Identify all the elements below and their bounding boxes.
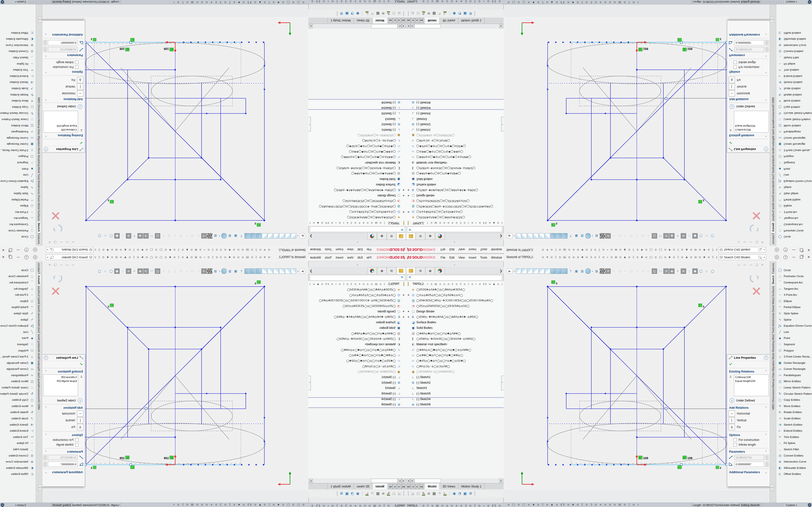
motion-tool-icon[interactable]: ✎ bbox=[422, 491, 425, 496]
toolbar-icon[interactable]: ▾ bbox=[297, 233, 299, 238]
tree-filter-box[interactable] bbox=[407, 275, 502, 281]
menu-pin-icon[interactable]: ✦ bbox=[500, 248, 502, 251]
tool-item[interactable]: ▱ Parallelogram bbox=[0, 372, 36, 378]
tree-row[interactable]: ▶ ◎ ◯Λ±◎✜Ƨ5◎Ɛ◯◎◯Ɛ◎5Ƨ✜◎±Λ◯ bbox=[406, 292, 504, 298]
toolbar-icon[interactable] bbox=[273, 233, 279, 238]
toolbar-icon[interactable]: ◯ bbox=[698, 269, 704, 274]
search-dropdown-icon[interactable]: ▾ bbox=[47, 256, 48, 259]
tool-item[interactable]: ◯ Circle bbox=[776, 267, 812, 273]
toolbar-icon[interactable] bbox=[516, 269, 521, 274]
tool-item[interactable]: ⊢ Extend Entities bbox=[776, 73, 812, 79]
tool-item[interactable]: ⌒ Centerpoint Arc bbox=[776, 279, 812, 286]
vcr-button[interactable]: ◀ bbox=[411, 484, 415, 489]
motion-tool-icon[interactable]: ◉ bbox=[356, 11, 359, 16]
tool-item[interactable]: ◞ Sketch Fillet bbox=[776, 446, 812, 452]
toolbar-icon[interactable]: ▦ bbox=[233, 269, 238, 274]
motion-tool-icon[interactable]: ≡ bbox=[382, 11, 385, 16]
vcr-button[interactable]: ▶ bbox=[393, 18, 397, 23]
tool-item[interactable]: ◫ Mirror Entities bbox=[0, 123, 36, 129]
tab-property-manager[interactable]: ⊞ bbox=[387, 267, 396, 274]
motion-tool-icon[interactable]: ▣ bbox=[345, 11, 349, 16]
tab-configuration-manager[interactable]: ⊕ bbox=[425, 233, 435, 240]
tool-item[interactable]: ⊗ Intersection Curve bbox=[776, 458, 812, 465]
restore-button[interactable] bbox=[9, 256, 12, 259]
command-tab[interactable]: Features bbox=[38, 233, 41, 244]
tree-row[interactable]: ▣ Solid Bodies bbox=[406, 176, 504, 182]
tool-item[interactable]: ◇ 3 Point Center Recta... bbox=[776, 147, 812, 154]
tree-row[interactable]: ∟ (-) Sketch4 bbox=[406, 105, 504, 111]
help-icon[interactable]: ? bbox=[783, 248, 788, 252]
tree-row[interactable]: ▣ ◯Ƨ53ƐИΛU◦◎◯UΛИ3Ɛ5Ƨ◯ bbox=[406, 132, 504, 138]
scrollbar-thumb[interactable] bbox=[414, 24, 441, 28]
motion-tool-icon[interactable]: ⚙ bbox=[469, 491, 472, 496]
tool-item[interactable]: ◞ Sketch Fillet bbox=[0, 446, 36, 452]
command-tab[interactable]: Sketch bbox=[771, 274, 775, 285]
tree-row[interactable]: ∟ (-) Sketch4 bbox=[308, 105, 406, 111]
motion-tool-icon[interactable]: ▣ bbox=[463, 11, 467, 16]
tool-item[interactable]: ✂ Trim Entities bbox=[776, 434, 812, 440]
command-tab[interactable]: Mesh Modeling bbox=[38, 341, 41, 359]
angle-value-field[interactable]: 0.00000000° bbox=[734, 40, 764, 45]
tool-item[interactable]: ◞ Sketch Fillet bbox=[0, 55, 36, 61]
menu-item[interactable]: Insert bbox=[469, 248, 476, 251]
tool-item[interactable]: ∷ Linear Sketch Pattern bbox=[776, 384, 812, 391]
tool-item[interactable]: ⊏ Offset Entities bbox=[0, 471, 36, 477]
solidworks-shield-icon[interactable] bbox=[808, 0, 811, 4]
toolbar-icon[interactable]: ◎ bbox=[103, 269, 108, 274]
menu-item[interactable]: View bbox=[458, 248, 465, 251]
tool-item[interactable]: ⌒ Centerpoint Arc bbox=[776, 221, 812, 228]
scroll-right-button[interactable]: ▶ bbox=[410, 24, 414, 28]
menu-item[interactable]: Edit bbox=[449, 256, 455, 259]
section-add-relations[interactable]: Add Relations⌃ bbox=[727, 97, 770, 102]
toolbar-icon[interactable]: ∟ bbox=[646, 233, 651, 238]
tree-row[interactable]: ▤ ◯✜ИΛ◎✱◎⊓◯◎◯⊓◎✱◎ΛИ✜◯ bbox=[406, 331, 504, 336]
motion-tool-icon[interactable]: ◪ bbox=[411, 11, 414, 16]
search-input[interactable]: Search CAD Models bbox=[724, 248, 757, 251]
tree-row[interactable]: ▶ ◎ ◯Λ±◎✜Ƨ5◎Ɛ◯◎◯Ɛ◎5Ƨ✜◎±Λ◯ bbox=[308, 292, 406, 298]
motion-tool-icon[interactable]: ◔ bbox=[351, 491, 354, 496]
user-account-icon[interactable] bbox=[775, 248, 779, 252]
tab-feature-tree[interactable] bbox=[406, 267, 416, 274]
tool-item[interactable]: ✛ Move Entities bbox=[0, 98, 36, 104]
tree-row[interactable]: ⊞ (-) Sketch6 bbox=[406, 100, 504, 105]
tree-row[interactable]: ⊞ (-) Sketch2 bbox=[406, 380, 504, 385]
motion-tool-icon[interactable]: ▤ bbox=[392, 11, 396, 16]
scrollbar-thumb[interactable] bbox=[414, 479, 441, 483]
relation-item[interactable]: Equal length109 bbox=[45, 379, 77, 383]
tree-row[interactable]: ▣ ◯Ƨ53ƐИΛU◦◎◯UΛИ3Ɛ5Ƨ◯ bbox=[308, 132, 406, 138]
menu-item[interactable]: Edit bbox=[449, 248, 455, 251]
toolbar-icon[interactable]: ▦ bbox=[233, 233, 238, 238]
add-relation-button[interactable]: ⚓Fix bbox=[42, 76, 85, 83]
command-tab[interactable]: Mesh Modeling bbox=[772, 341, 774, 359]
add-relation-button[interactable]: ─Horizontal bbox=[727, 410, 770, 417]
tool-item[interactable]: ∿ Style Spline bbox=[0, 310, 36, 317]
command-tab[interactable]: Surfaces bbox=[38, 210, 41, 221]
tab-overflow-chevron[interactable]: ❯ bbox=[500, 234, 502, 238]
toolbar-icon[interactable]: ◔ bbox=[143, 233, 149, 238]
tool-item[interactable]: ▣ Center Rectangle bbox=[0, 360, 36, 366]
menu-item[interactable]: File bbox=[441, 248, 445, 251]
toolbar-icon[interactable] bbox=[533, 233, 539, 238]
toolbar-icon[interactable]: ∟ bbox=[161, 269, 166, 274]
option-checkbox-row[interactable]: Infinite length bbox=[42, 60, 85, 65]
scrollbar-thumb[interactable] bbox=[371, 479, 398, 483]
command-tab[interactable]: Features bbox=[772, 263, 774, 274]
tree-row[interactable]: ▶ A ◯Ƨ5И◎◦✚Λ✜◎ИΛA◯◎◯AИΛ◎✜Λ✚◦◎И5Ƨ◯ bbox=[308, 314, 406, 320]
motion-tool-icon[interactable]: ≡ bbox=[427, 11, 430, 16]
command-tab[interactable]: Weldments bbox=[772, 313, 774, 326]
toolbar-icon[interactable]: ◉ bbox=[138, 269, 143, 274]
command-tab[interactable]: Mold Tools bbox=[38, 167, 41, 180]
tool-item[interactable]: ↗ Scale Entities bbox=[0, 415, 36, 421]
toolbar-icon[interactable]: ◻ bbox=[628, 269, 634, 274]
section-additional-parameters[interactable]: Additional Parameters⌄ bbox=[727, 470, 770, 475]
search-icon[interactable] bbox=[51, 248, 54, 251]
close-button[interactable]: ✕ bbox=[2, 255, 5, 260]
close-button[interactable]: ✕ bbox=[2, 247, 5, 252]
tool-item[interactable]: ƒx Equation Driven Curve bbox=[776, 323, 812, 329]
motion-tab[interactable]: Model bbox=[425, 483, 440, 490]
accept-button[interactable]: ✔ bbox=[727, 140, 770, 146]
motion-tab[interactable]: 3D Views bbox=[440, 17, 458, 24]
tool-item[interactable]: ↻ Rotate Entities bbox=[776, 409, 812, 415]
toolbar-icon[interactable]: ◯ bbox=[710, 233, 715, 238]
menu-item[interactable]: View bbox=[347, 248, 354, 251]
